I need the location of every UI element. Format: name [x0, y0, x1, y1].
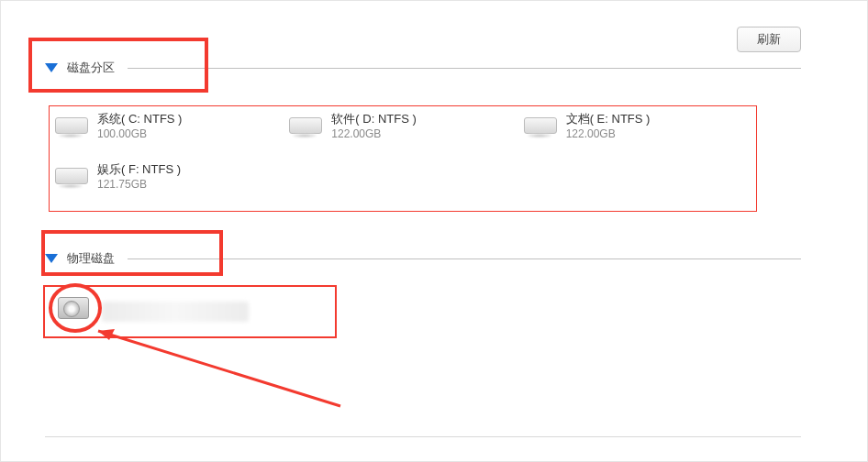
divider: [128, 258, 801, 259]
drive-icon: [53, 114, 90, 139]
partitions-grid: 系统( C: NTFS ) 100.00GB 软件( D: NTFS ) 122…: [49, 105, 757, 212]
collapse-triangle-icon: [45, 254, 58, 263]
partition-size: 100.00GB: [97, 126, 182, 141]
refresh-button[interactable]: 刷新: [737, 27, 801, 52]
collapse-triangle-icon: [45, 63, 58, 72]
partition-name: 系统( C: NTFS ): [97, 112, 182, 126]
partition-item[interactable]: 娱乐( F: NTFS ) 121.75GB: [53, 160, 287, 211]
partition-size: 122.00GB: [331, 126, 416, 141]
drive-icon: [53, 164, 90, 190]
drive-icon: [522, 114, 559, 139]
drive-icon: [287, 114, 324, 139]
partition-item[interactable]: 软件( D: NTFS ) 122.00GB: [287, 110, 521, 160]
section-physical: 物理磁盘: [45, 247, 801, 270]
section-physical-title: 物理磁盘: [67, 250, 115, 267]
hard-disk-icon: [56, 297, 93, 326]
partition-item[interactable]: 文档( E: NTFS ) 122.00GB: [522, 110, 756, 160]
section-partitions: 磁盘分区: [45, 56, 801, 80]
partition-size: 121.75GB: [97, 177, 181, 192]
section-partitions-title: 磁盘分区: [67, 60, 115, 76]
partition-name: 软件( D: NTFS ): [331, 112, 416, 126]
partition-size: 122.00GB: [566, 126, 651, 141]
partition-name: 娱乐( F: NTFS ): [97, 162, 181, 177]
physical-disk-name-redacted: [102, 302, 249, 322]
svg-line-1: [98, 331, 340, 406]
divider: [45, 436, 801, 437]
divider: [128, 68, 801, 69]
physical-disk-item[interactable]: [43, 285, 337, 338]
partition-name: 文档( E: NTFS ): [566, 112, 651, 126]
section-partitions-header[interactable]: 磁盘分区: [45, 56, 801, 80]
partition-item[interactable]: 系统( C: NTFS ) 100.00GB: [53, 110, 287, 160]
section-physical-header[interactable]: 物理磁盘: [45, 247, 801, 270]
